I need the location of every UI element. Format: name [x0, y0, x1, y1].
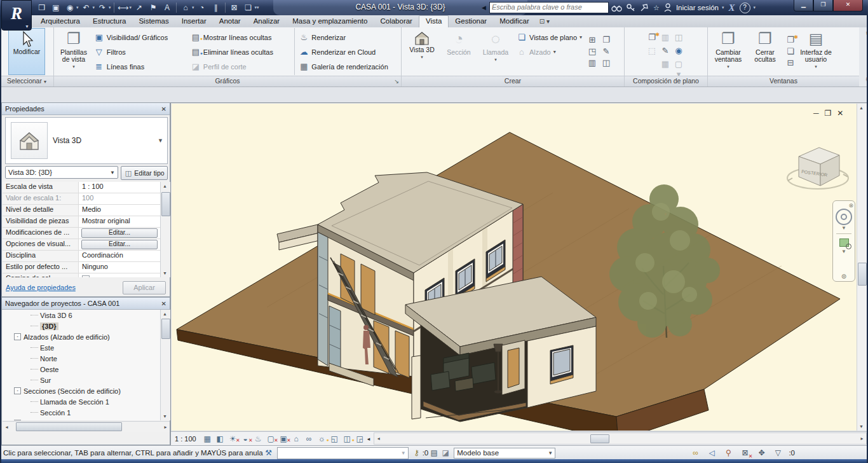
render-button[interactable]: ♨Renderizar	[296, 30, 399, 45]
undo-icon[interactable]: ↶	[80, 1, 93, 14]
close-icon[interactable]: ✕	[161, 106, 166, 113]
panel-footer-crear[interactable]: Crear	[402, 76, 624, 86]
edit-type-button[interactable]: ◫ Editar tipo	[121, 166, 168, 180]
scroll-up-icon[interactable]: ▲	[857, 104, 865, 112]
properties-scrollbar[interactable]: ▲ ▼	[160, 182, 170, 277]
text-icon[interactable]: A	[161, 1, 173, 14]
chevron-down-icon[interactable]: ▾	[754, 5, 756, 10]
tab-masa-y-emplazamiento[interactable]: Masa y emplazamiento	[286, 15, 374, 27]
collapse-viewbar-icon[interactable]: ◂	[367, 436, 370, 442]
scroll-up-icon[interactable]: ▲	[161, 182, 169, 190]
property-row[interactable]: Visibilidad de piezasMostrar original	[3, 216, 160, 228]
design-option-combo[interactable]: Modelo base ▼	[454, 448, 555, 459]
select-underlay-elements-icon[interactable]: ◁	[706, 448, 717, 457]
tab-modificar[interactable]: Modificar	[493, 15, 536, 27]
visual-style-icon[interactable]: ◧	[215, 434, 226, 444]
zoom-region-icon[interactable]	[839, 238, 849, 247]
drafting-view-icon[interactable]: ✎	[601, 46, 611, 57]
show-hidden-lines-button[interactable]: ▤Mostrar líneas ocultas	[188, 30, 294, 45]
scrollbar-thumb[interactable]	[858, 263, 867, 286]
collapse-icon[interactable]: -	[14, 333, 21, 340]
sign-in-button[interactable]: Iniciar sesión	[676, 4, 719, 11]
aligned-dimension-icon[interactable]: ↗	[133, 1, 146, 14]
chevron-down-icon[interactable]: ▾	[76, 5, 79, 10]
tab-anotar[interactable]: Anotar	[213, 15, 247, 27]
duplicate-view-icon[interactable]: ◫	[601, 58, 611, 68]
property-row[interactable]: Escala de vista1 : 100	[3, 182, 160, 193]
navbar-options-icon[interactable]: ⊜	[841, 273, 846, 280]
edit-button[interactable]: Editar...	[81, 228, 158, 238]
tab-colaborar[interactable]: Colaborar	[374, 15, 419, 27]
tab-vista[interactable]: Vista	[419, 15, 449, 27]
selection-filter-icon[interactable]: ▽	[772, 448, 783, 457]
legends-icon[interactable]: ▥	[587, 58, 597, 68]
tree-item-selected[interactable]: {3D}	[3, 321, 160, 331]
properties-header[interactable]: Propiedades ✕	[2, 103, 170, 115]
schedules-icon[interactable]: ⊞	[587, 35, 597, 45]
view-templates-button[interactable]: ❐ Plantillas de vista▾	[56, 28, 92, 75]
switch-windows-button[interactable]: ❐ Cambiar ventanas▾	[710, 28, 747, 75]
lock-3d-view-icon[interactable]: ⌂	[291, 434, 302, 444]
scroll-down-icon[interactable]: ▼	[161, 412, 169, 420]
browser-header[interactable]: Navegador de proyectos - CASA 001 ✕	[2, 298, 170, 310]
scroll-right-icon[interactable]: ▸	[161, 423, 170, 431]
tree-item[interactable]: -Alzados (Alzado de edificio)	[3, 331, 160, 342]
property-row[interactable]: Opciones de visual...Editar...	[3, 239, 160, 251]
viewcube[interactable]: POSTERIOR	[785, 139, 855, 204]
help-icon[interactable]: ?	[740, 3, 750, 13]
view-instance-combo[interactable]: Vista 3D: {3D} ▼	[5, 166, 118, 179]
panel-footer-composicion[interactable]: Composición de plano	[625, 76, 707, 86]
design-options-icon[interactable]: ◪	[440, 448, 451, 457]
scrollbar-thumb[interactable]	[161, 319, 170, 339]
tree-item[interactable]: Sección 1	[3, 407, 160, 418]
measure-icon[interactable]: ⟷	[117, 1, 130, 14]
tree-item[interactable]: Oeste	[3, 364, 160, 375]
chevron-down-icon[interactable]: ▾	[109, 5, 111, 10]
close-hidden-windows-icon[interactable]: ⊠	[228, 1, 241, 14]
steering-wheel-icon[interactable]	[836, 209, 852, 225]
temporary-view-properties-icon[interactable]: ☼	[316, 434, 327, 444]
search-input[interactable]	[490, 3, 607, 11]
minimize-button[interactable]: ▁	[794, 0, 813, 11]
browser-scrollbar[interactable]: ▲ ▼	[160, 310, 170, 420]
expand-icon[interactable]: +	[14, 420, 21, 420]
dialog-launcher-icon[interactable]: ↘	[394, 77, 399, 86]
properties-help-link[interactable]: Ayuda de propiedades	[6, 284, 76, 291]
render-gallery-button[interactable]: ▦Galería de renderización	[296, 59, 399, 74]
property-row[interactable]: Nivel de detalleMedio	[3, 205, 160, 216]
open-icon[interactable]: ❒	[36, 1, 48, 14]
sun-path-icon[interactable]: ☀	[227, 434, 238, 444]
infocenter-toggle-icon[interactable]: ◀	[482, 4, 486, 11]
shadows-icon[interactable]: ◒	[240, 434, 251, 444]
customize-qat-icon[interactable]: ▾	[257, 5, 259, 10]
close-button[interactable]: ✕	[833, 0, 863, 11]
scroll-right-icon[interactable]: ▸	[858, 434, 866, 443]
search-binoculars-icon[interactable]	[611, 4, 622, 12]
new-sheet-icon[interactable]: ❐	[647, 32, 657, 43]
ribbon-display-toggle-icon[interactable]: ⊡ ▾	[539, 15, 550, 27]
visibility-graphics-button[interactable]: ▣Visibilidad/ Gráficos	[92, 30, 188, 45]
render-dialog-icon[interactable]: ♨	[253, 434, 264, 444]
tree-item[interactable]: Norte	[3, 353, 160, 364]
tree-item[interactable]: Este	[3, 342, 160, 353]
select-elements-by-face-icon[interactable]: ⊠	[739, 448, 750, 457]
collapse-icon[interactable]: -	[14, 387, 21, 394]
scroll-left-icon[interactable]: ◂	[3, 423, 11, 431]
scrollbar-thumb[interactable]	[590, 434, 609, 443]
hide-analytical-model-icon[interactable]: ◱	[329, 434, 340, 444]
filters-button[interactable]: ▽Filtros	[92, 45, 188, 59]
select-pinned-elements-icon[interactable]: ⚲	[722, 448, 734, 457]
tree-item[interactable]: +Renderizaciones (Modelizado)	[3, 418, 160, 420]
editing-requests-icon[interactable]: ⚷	[411, 448, 423, 457]
new-window-icon[interactable]: ❐	[785, 35, 796, 45]
tab-arquitectura[interactable]: Arquitectura	[34, 15, 86, 27]
close-icon[interactable]: ⊗	[848, 202, 853, 209]
close-icon[interactable]: ✕	[161, 300, 166, 307]
thin-lines-icon[interactable]: ∥	[210, 1, 222, 14]
3d-view-button[interactable]: Vista 3D▾	[403, 28, 440, 75]
tile-windows-icon[interactable]: ⊟	[785, 58, 796, 68]
scope-box-icon[interactable]: ◳	[587, 46, 597, 57]
default-3d-view-icon[interactable]: ⌂	[179, 1, 192, 14]
chevron-down-icon[interactable]: ▼	[841, 225, 846, 231]
edit-button[interactable]: Editar...	[81, 240, 158, 249]
